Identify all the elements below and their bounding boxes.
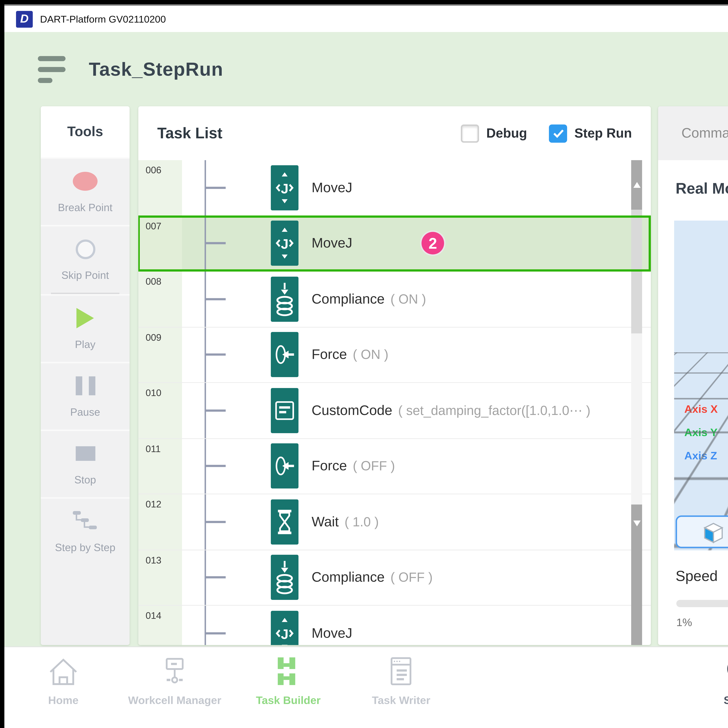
pause-icon (75, 376, 95, 395)
row-number: 006 (138, 160, 182, 215)
task-row-014[interactable]: 014 J MoveJ (138, 606, 651, 645)
step-by-step-icon (71, 510, 99, 532)
svg-text:J: J (281, 626, 288, 641)
row-number: 014 (138, 606, 182, 645)
cube-left-icon (700, 520, 727, 544)
window-title: DART-Platform GV02110200 (40, 14, 166, 24)
task-row-009[interactable]: 009 Force( ON ) (138, 327, 651, 383)
break-point-icon (73, 172, 98, 191)
task-row-008[interactable]: 008 Compliance( ON ) (138, 272, 651, 327)
row-number: 007 (138, 216, 182, 271)
command-name: Wait (312, 514, 339, 529)
command-name: MoveJ (312, 625, 352, 641)
movej-icon: J (271, 611, 298, 645)
task-row-013[interactable]: 013 Compliance( OFF ) (138, 550, 651, 606)
axis-z-label: Axis Z (684, 449, 718, 462)
task-list-title: Task List (157, 124, 222, 142)
skip-point-button[interactable]: Skip Point (41, 225, 130, 293)
row-number: 012 (138, 494, 182, 549)
screenshot-frame: D DART-Platform GV02110200 ✕ Task_StepRu… (0, 0, 728, 728)
axis-y-label: Axis Y (684, 426, 718, 438)
command-name: Force (312, 458, 347, 473)
debug-checkbox[interactable]: Debug (461, 124, 527, 142)
menu-button[interactable] (38, 56, 66, 83)
task-row-011[interactable]: 011 Force( OFF ) (138, 439, 651, 494)
step-run-checkbox-box (549, 124, 567, 142)
grid-floor (674, 220, 728, 352)
compliance-icon (271, 555, 298, 600)
app-window: D DART-Platform GV02110200 ✕ Task_StepRu… (5, 5, 728, 728)
view-left-button[interactable] (676, 515, 728, 548)
viewport-3d[interactable]: Axis X Axis Y Axis Z FRONT (674, 220, 728, 551)
nav-item-task-writer[interactable]: Task Writer (372, 656, 430, 706)
bottom-nav: Home Workcell Manager Task Builder Task … (5, 646, 728, 728)
scrollbar-track-segment[interactable] (631, 210, 642, 333)
window-titlebar: D DART-Platform GV02110200 ✕ (5, 5, 728, 32)
nav-item-workcell-manager[interactable]: Workcell Manager (128, 656, 222, 706)
page-title: Task_StepRun (89, 58, 223, 81)
scrollbar-down-arrow-icon (633, 520, 640, 526)
speed-section: Speed 1% 100% 3 (674, 559, 728, 645)
command-name: CustomCode (312, 402, 392, 418)
command-name: Force (312, 347, 347, 362)
command-name: Compliance (312, 569, 385, 585)
row-number: 011 (138, 439, 182, 494)
task-list-scrollbar[interactable] (631, 160, 642, 645)
pause-tool-button[interactable]: Pause (41, 362, 130, 430)
row-number: 010 (138, 383, 182, 438)
workcell-manager-icon (159, 656, 190, 688)
hamburger-icon (38, 56, 66, 61)
command-name: MoveJ (312, 235, 352, 251)
force-icon (271, 444, 298, 489)
speed-slider[interactable] (676, 600, 728, 607)
task-row-012[interactable]: 012 Wait( 1.0 ) (138, 494, 651, 550)
right-panel: Command Property Variable Play Real Mode… (658, 106, 728, 645)
stop-tool-button[interactable]: Stop (41, 430, 130, 497)
scrollbar-up-arrow-icon (633, 182, 640, 188)
movej-icon: J (271, 165, 298, 210)
tools-divider (51, 293, 119, 294)
tab-command[interactable]: Command (658, 106, 728, 160)
nav-item-status[interactable]: Status (723, 656, 728, 706)
task-list: 006 J MoveJ 007 J MoveJ (138, 160, 651, 645)
task-list-panel: Task List Debug Step Run (138, 106, 651, 645)
tree-branch (205, 187, 226, 189)
step-run-checkbox[interactable]: Step Run (549, 124, 632, 142)
speed-label: Speed (676, 568, 718, 584)
task-row-006[interactable]: 006 J MoveJ (138, 160, 651, 216)
right-panel-tabs: Command Property Variable Play (658, 106, 728, 160)
row-number: 013 (138, 550, 182, 605)
speed-min-label: 1% (676, 616, 692, 628)
task-builder-icon (274, 656, 303, 688)
status-icon (723, 656, 728, 688)
break-point-button[interactable]: Break Point (41, 157, 130, 225)
scrollbar-up-thumb[interactable] (631, 160, 642, 210)
svg-text:J: J (281, 237, 288, 252)
nav-item-task-builder[interactable]: Task Builder (256, 656, 321, 706)
play-icon (76, 308, 94, 328)
view-preset-bar (674, 515, 728, 551)
task-row-007-selected[interactable]: 007 J MoveJ 2 (138, 216, 651, 272)
task-writer-icon (387, 656, 416, 688)
axis-x-label: Axis X (684, 402, 718, 415)
nav-item-home[interactable]: Home (47, 656, 80, 706)
stop-icon (75, 446, 95, 461)
play-tool-button[interactable]: Play (41, 294, 130, 362)
axis-legend: Axis X Axis Y Axis Z (684, 402, 718, 462)
task-list-header: Task List Debug Step Run (138, 106, 651, 160)
debug-checkbox-box (461, 124, 479, 142)
tools-title: Tools (41, 106, 130, 157)
task-row-010[interactable]: 010 CustomCode( set_damping_factor([1.0,… (138, 383, 651, 439)
annotation-badge-2: 2 (420, 231, 445, 256)
scrollbar-down-thumb[interactable] (631, 505, 642, 645)
row-number: 008 (138, 272, 182, 327)
svg-text:J: J (281, 181, 288, 196)
movej-icon: J (271, 221, 298, 266)
real-mode-row: Real Mode 00:00:00.00 (658, 160, 728, 217)
real-mode-label: Real Mode (676, 180, 728, 197)
command-name: MoveJ (312, 180, 352, 195)
skip-point-icon (75, 239, 95, 259)
step-by-step-button[interactable]: Step by Step (41, 497, 130, 565)
compliance-icon (271, 277, 298, 322)
home-icon (47, 656, 80, 688)
